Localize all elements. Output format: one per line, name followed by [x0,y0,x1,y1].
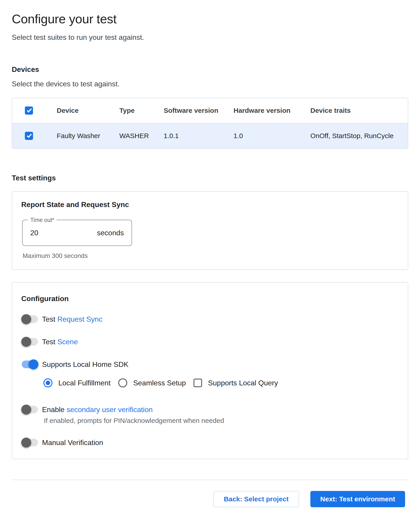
secondary-verification-toggle[interactable] [21,405,38,415]
configuration-card: Configuration TestRequest Sync TestScene [12,282,408,459]
device-table-row[interactable]: Faulty Washer WASHER 1.0.1 1.0 OnOff, St… [12,123,408,148]
report-state-card-title: Report State and Request Sync [21,200,399,209]
supports-local-query-option: Supports Local Query [194,379,278,387]
test-scene-toggle[interactable] [21,337,38,347]
header-checkbox-cell [12,106,57,115]
checkmark-icon [27,107,32,112]
toggle-thumb [21,405,31,415]
label-text: Test [42,315,55,323]
column-header-device-traits: Device traits [310,107,408,114]
local-home-options-row: Local Fulfillment Seamless Setup Support… [43,378,399,387]
local-fulfillment-label: Local Fulfillment [58,379,111,387]
devices-description: Select the devices to test against. [12,80,408,88]
request-sync-link[interactable]: Request Sync [57,315,102,323]
row-checkbox-cell [12,132,57,140]
label-text: Test [42,338,55,346]
toggle-thumb [21,337,31,347]
secondary-verification-helper: If enabled, prompts for PIN/acknowledgem… [44,416,399,425]
seamless-setup-option: Seamless Setup [118,378,186,387]
report-state-card: Report State and Request Sync Time out* … [12,191,408,270]
footer-divider [12,480,408,480]
supports-local-query-label: Supports Local Query [208,379,278,387]
toggle-thumb [21,438,31,447]
select-all-checkbox[interactable] [25,106,33,115]
toggle-thumb [21,314,31,324]
test-scene-label: TestScene [42,337,78,346]
configure-test-page: Configure your test Select test suites t… [0,0,420,507]
secondary-user-verification-link[interactable]: secondary user verification [67,405,153,414]
test-request-sync-toggle[interactable] [21,314,38,324]
footer-actions: Back: Select project Next: Test environm… [12,491,408,507]
device-row-checkbox[interactable] [25,132,33,140]
timeout-field-label: Time out* [28,216,57,223]
column-header-device: Device [57,107,119,114]
timeout-field: Time out* seconds [22,220,132,246]
timeout-input[interactable] [30,229,67,237]
manual-verification-row: Manual Verification [21,438,399,447]
local-fulfillment-radio[interactable] [43,378,52,387]
test-settings-heading: Test settings [12,174,408,182]
label-text: Enable [42,405,65,414]
cell-device-traits: OnOff, StartStop, RunCycle [310,132,408,140]
devices-heading: Devices [12,65,408,74]
back-button[interactable]: Back: Select project [213,491,299,507]
manual-verification-label: Manual Verification [42,438,103,447]
cell-hardware-version: 1.0 [233,132,310,140]
page-title: Configure your test [12,12,408,26]
secondary-verification-label: Enablesecondary user verification [42,405,153,414]
column-header-hardware-version: Hardware version [233,107,310,114]
devices-table: Device Type Software version Hardware ve… [12,98,408,149]
scene-link[interactable]: Scene [57,338,78,346]
timeout-helper-text: Maximum 300 seconds [22,252,399,260]
column-header-software-version: Software version [164,107,233,114]
toggle-thumb [29,359,38,369]
supports-local-query-checkbox[interactable] [194,379,202,387]
test-scene-row: TestScene [21,337,399,347]
cell-software-version: 1.0.1 [164,132,233,140]
supports-local-home-sdk-label: Supports Local Home SDK [42,360,128,369]
radio-dot-icon [46,381,50,385]
test-request-sync-label: TestRequest Sync [42,315,102,324]
seamless-setup-label: Seamless Setup [133,379,186,387]
supports-local-home-sdk-row: Supports Local Home SDK [21,359,399,369]
secondary-verification-row: Enablesecondary user verification [21,405,399,415]
timeout-unit-label: seconds [97,229,124,237]
cell-device-name: Faulty Washer [57,132,119,140]
seamless-setup-radio[interactable] [118,378,127,387]
local-fulfillment-option: Local Fulfillment [43,378,111,387]
manual-verification-toggle[interactable] [21,438,38,447]
configuration-card-title: Configuration [21,294,399,303]
devices-table-header-row: Device Type Software version Hardware ve… [12,98,408,123]
page-subtitle: Select test suites to run your test agai… [12,33,408,42]
supports-local-home-sdk-toggle[interactable] [21,359,38,369]
next-button[interactable]: Next: Test environment [310,491,405,507]
test-request-sync-row: TestRequest Sync [21,314,399,324]
column-header-type: Type [119,107,164,114]
checkmark-icon [27,133,32,138]
cell-device-type: WASHER [119,132,164,140]
